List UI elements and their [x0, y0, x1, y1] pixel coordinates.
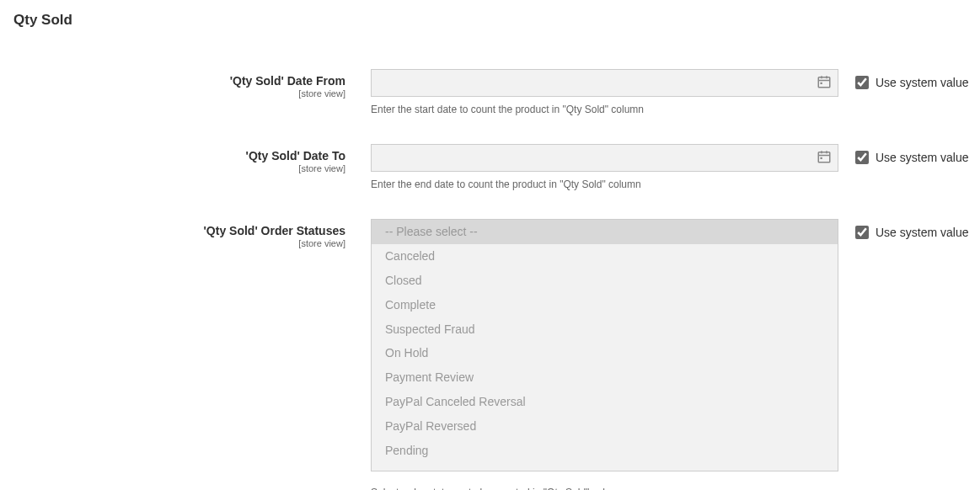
multiselect-option[interactable]: -- Please select -- [372, 220, 838, 244]
field-date-to: 'Qty Sold' Date To [store view] Enter th… [0, 144, 980, 190]
multiselect-option[interactable]: Complete [372, 293, 838, 317]
field-date-from: 'Qty Sold' Date From [store view] Enter … [0, 69, 980, 115]
use-system-date-to: Use system value [838, 144, 968, 164]
section-title: Qty Sold [0, 0, 980, 29]
use-system-label: Use system value [876, 76, 968, 89]
date-to-input[interactable] [371, 144, 838, 172]
multiselect-option[interactable]: Closed [372, 269, 838, 293]
help-text-order-statuses: Select order statuses to be counted in "… [371, 487, 838, 490]
label-date-from: 'Qty Sold' Date From [store view] [0, 69, 371, 99]
calendar-icon[interactable] [817, 74, 832, 89]
multiselect-option[interactable]: Payment Review [372, 365, 838, 390]
calendar-icon[interactable] [817, 149, 832, 164]
use-system-date-from: Use system value [838, 69, 968, 89]
label-text: 'Qty Sold' Date From [230, 74, 345, 88]
svg-rect-0 [818, 77, 830, 88]
use-system-checkbox-date-to[interactable] [855, 151, 869, 164]
label-scope: [store view] [0, 88, 345, 99]
input-col-date-to: Enter the end date to count the product … [371, 144, 838, 190]
multiselect-option[interactable]: On Hold [372, 341, 838, 365]
help-text-date-from: Enter the start date to count the produc… [371, 104, 838, 115]
multiselect-option[interactable]: Pending [372, 439, 838, 463]
use-system-checkbox-date-from[interactable] [855, 76, 869, 89]
label-text: 'Qty Sold' Order Statuses [204, 224, 345, 237]
multiselect-option[interactable]: PayPal Reversed [372, 414, 838, 439]
multiselect-option[interactable]: PayPal Canceled Reversal [372, 390, 838, 414]
use-system-order-statuses: Use system value [838, 219, 968, 239]
label-text: 'Qty Sold' Date To [246, 149, 345, 162]
svg-rect-5 [818, 152, 830, 162]
use-system-label: Use system value [876, 226, 968, 239]
use-system-checkbox-order-statuses[interactable] [855, 226, 869, 239]
label-scope: [store view] [0, 238, 345, 248]
label-scope: [store view] [0, 163, 345, 173]
help-text-date-to: Enter the end date to count the product … [371, 178, 838, 190]
svg-rect-9 [821, 157, 822, 159]
label-date-to: 'Qty Sold' Date To [store view] [0, 144, 371, 173]
input-col-order-statuses: -- Please select --CanceledClosedComplet… [371, 219, 838, 490]
multiselect-option[interactable]: Canceled [372, 244, 838, 269]
input-col-date-from: Enter the start date to count the produc… [371, 69, 838, 115]
multiselect-option[interactable]: Suspected Fraud [372, 317, 838, 342]
order-statuses-multiselect[interactable]: -- Please select --CanceledClosedComplet… [371, 219, 838, 471]
field-order-statuses: 'Qty Sold' Order Statuses [store view] -… [0, 219, 980, 490]
date-from-input[interactable] [371, 69, 838, 97]
use-system-label: Use system value [876, 151, 968, 164]
svg-rect-4 [821, 83, 822, 84]
fields-wrapper: 'Qty Sold' Date From [store view] Enter … [0, 29, 980, 490]
label-order-statuses: 'Qty Sold' Order Statuses [store view] [0, 219, 371, 248]
